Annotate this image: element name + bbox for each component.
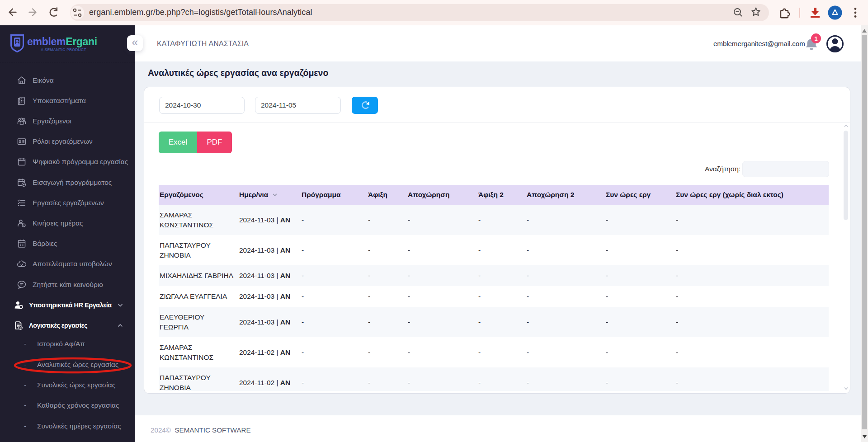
svg-text:1: 1 [814, 35, 817, 42]
